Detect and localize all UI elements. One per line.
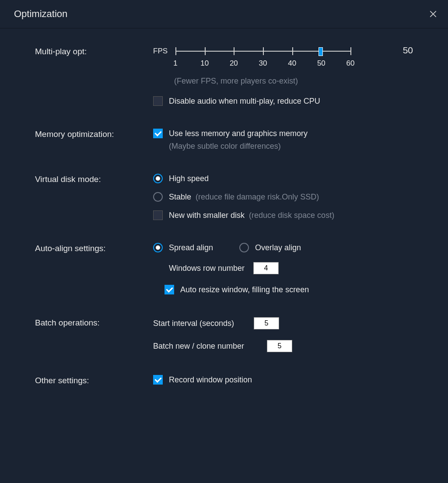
close-icon bbox=[429, 10, 438, 18]
smaller-disk-hint: (reduce disk space cost) bbox=[249, 211, 334, 220]
record-position-checkbox[interactable] bbox=[153, 375, 163, 385]
overlay-align-label: Overlay align bbox=[255, 243, 301, 252]
virtual-disk-label: Virtual disk mode: bbox=[35, 174, 153, 220]
stable-label: Stable bbox=[169, 192, 191, 202]
fps-value: 50 bbox=[403, 45, 413, 56]
smaller-disk-checkbox[interactable] bbox=[153, 210, 163, 220]
multi-play-label: Multi-play opt: bbox=[35, 46, 153, 106]
other-label: Other settings: bbox=[35, 375, 153, 385]
fps-hint: (Fewer FPS, more players co-exist) bbox=[174, 77, 413, 86]
other-section: Other settings: Record window position bbox=[35, 375, 413, 385]
start-interval-label: Start interval (seconds) bbox=[153, 319, 245, 328]
virtual-disk-section: Virtual disk mode: High speed Stable (re… bbox=[35, 174, 413, 220]
memory-section: Memory optimization: Use less memory and… bbox=[35, 129, 413, 151]
fps-label: FPS bbox=[153, 47, 168, 56]
fps-slider-thumb[interactable] bbox=[318, 47, 323, 56]
row-number-input[interactable] bbox=[253, 262, 279, 274]
memory-hint: (Maybe subtle color differences) bbox=[169, 142, 413, 151]
titlebar: Optimization bbox=[0, 0, 448, 28]
spread-align-label: Spread align bbox=[169, 243, 213, 252]
batch-section: Batch operations: Start interval (second… bbox=[35, 317, 413, 352]
close-button[interactable] bbox=[427, 8, 439, 20]
fps-slider[interactable] bbox=[175, 46, 350, 56]
start-interval-input[interactable] bbox=[254, 317, 279, 329]
window-title: Optimization bbox=[14, 8, 67, 20]
record-position-label: Record window position bbox=[169, 375, 252, 385]
stable-hint: (reduce file damage risk.Only SSD) bbox=[196, 192, 319, 202]
overlay-align-radio[interactable] bbox=[239, 243, 249, 252]
disable-audio-label: Disable audio when multi-play, reduce CP… bbox=[169, 97, 320, 106]
multi-play-section: Multi-play opt: FPS bbox=[35, 46, 413, 106]
row-number-label: Windows row number bbox=[169, 264, 245, 273]
auto-resize-label: Auto resize window, filling the screen bbox=[180, 285, 309, 294]
use-less-memory-checkbox[interactable] bbox=[153, 129, 163, 138]
high-speed-label: High speed bbox=[169, 174, 209, 183]
smaller-disk-label: New with smaller disk bbox=[169, 211, 245, 220]
clone-number-label: Batch new / clone number bbox=[153, 342, 258, 351]
spread-align-radio[interactable] bbox=[153, 243, 163, 252]
content: Multi-play opt: FPS bbox=[0, 28, 448, 426]
auto-align-section: Auto-align settings: Spread align Overla… bbox=[35, 243, 413, 294]
high-speed-radio[interactable] bbox=[153, 174, 163, 183]
memory-label: Memory optimization: bbox=[35, 129, 153, 151]
use-less-memory-label: Use less memory and graphics memory bbox=[169, 129, 308, 138]
disable-audio-checkbox[interactable] bbox=[153, 96, 163, 106]
batch-label: Batch operations: bbox=[35, 317, 153, 352]
auto-align-label: Auto-align settings: bbox=[35, 243, 153, 294]
clone-number-input[interactable] bbox=[267, 340, 292, 352]
stable-radio[interactable] bbox=[153, 192, 163, 202]
auto-resize-checkbox[interactable] bbox=[164, 285, 174, 294]
optimization-window: Optimization Multi-play opt: FPS bbox=[0, 0, 448, 483]
